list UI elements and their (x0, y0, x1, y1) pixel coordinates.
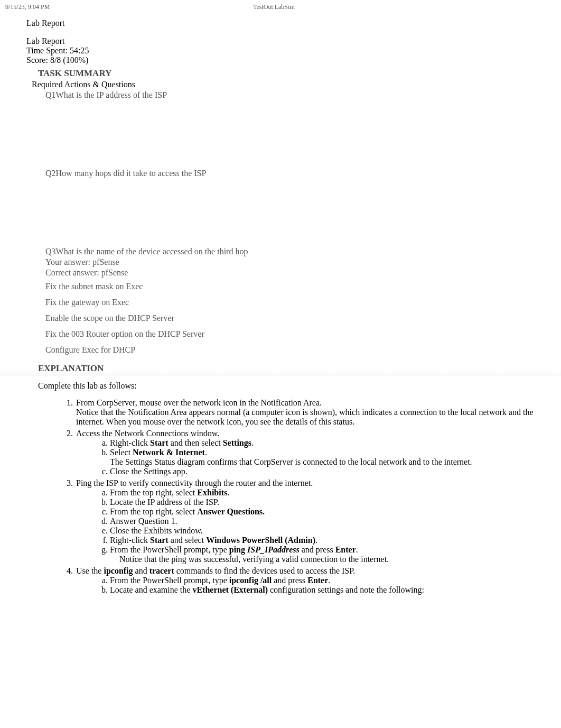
app-title: TestOut LabSim (253, 3, 556, 11)
lab-report-title: Lab Report (26, 19, 535, 28)
steps-list: From CorpServer, mouse over the network … (75, 398, 535, 595)
task-list: Fix the subnet mask on Exec Fix the gate… (26, 282, 535, 355)
step-2b: Select Network & Internet. The Settings … (110, 448, 535, 467)
score-label: Score: (26, 56, 50, 64)
question-1-text: Q1What is the IP address of the ISP (45, 90, 535, 100)
time-spent-label: Time Spent: (26, 46, 70, 55)
task-item: Configure Exec for DHCP (45, 345, 535, 355)
question-3-your-answer: Your answer: pfSense (45, 257, 535, 267)
step-3-substeps: From the top right, select Exhibits. Loc… (110, 488, 535, 564)
question-2-text: Q2How many hops did it take to access th… (45, 169, 535, 178)
step-2b-note: The Settings Status diagram confirms tha… (110, 457, 535, 467)
step-1-text: From CorpServer, mouse over the network … (76, 398, 322, 407)
correct-answer-label: Correct answer: (45, 268, 101, 277)
explanation-intro: Complete this lab as follows: (26, 381, 535, 391)
step-3g-note: Notice that the ping was successful, ver… (119, 555, 535, 564)
step-3e: Close the Exhibits window. (110, 526, 535, 536)
step-3g: From the PowerShell prompt, type ping IS… (110, 545, 535, 564)
step-2-text: Access the Network Connections window. (76, 429, 219, 438)
task-summary-heading: TASK SUMMARY (26, 68, 535, 79)
step-3b: Locate the IP address of the ISP. (110, 497, 535, 507)
page-header: 9/15/23, 9:04 PM TestOut LabSim (0, 0, 561, 14)
question-1: Q1What is the IP address of the ISP (45, 90, 535, 169)
task-item: Fix the 003 Router option on the DHCP Se… (45, 329, 535, 339)
question-2: Q2How many hops did it take to access th… (45, 169, 535, 247)
step-4: Use the ipconfig and tracert commands to… (75, 566, 535, 595)
lab-report-subtitle: Lab Report (26, 36, 535, 46)
step-4a: From the PowerShell prompt, type ipconfi… (110, 576, 535, 585)
step-3: Ping the ISP to verify connectivity thro… (75, 478, 535, 564)
step-3c: From the top right, select Answer Questi… (110, 507, 535, 517)
step-3f: Right-click Start and select Windows Pow… (110, 536, 535, 545)
step-2-substeps: Right-click Start and then select Settin… (110, 438, 535, 476)
step-2a: Right-click Start and then select Settin… (110, 438, 535, 448)
question-3-correct-answer: Correct answer: pfSense (45, 268, 535, 278)
required-actions-heading: Required Actions & Questions (26, 80, 535, 89)
score-value: 8/8 (100%) (50, 56, 88, 64)
step-1-note: Notice that the Notification Area appear… (76, 408, 535, 427)
your-answer-value: pfSense (92, 257, 119, 266)
step-1: From CorpServer, mouse over the network … (75, 398, 535, 427)
print-timestamp: 9/15/23, 9:04 PM (5, 3, 253, 11)
step-3a: From the top right, select Exhibits. (110, 488, 535, 497)
time-spent-value: 54:25 (70, 46, 89, 55)
task-item: Fix the gateway on Exec (45, 298, 535, 307)
step-4-substeps: From the PowerShell prompt, type ipconfi… (110, 576, 535, 595)
score: Score: 8/8 (100%) (26, 56, 535, 65)
explanation-heading: EXPLANATION (0, 361, 561, 376)
step-3d: Answer Question 1. (110, 517, 535, 526)
step-4b: Locate and examine the vEthernet (Extern… (110, 585, 535, 595)
question-3: Q3What is the name of the device accesse… (45, 247, 535, 278)
correct-answer-value: pfSense (101, 268, 128, 277)
time-spent: Time Spent: 54:25 (26, 46, 535, 56)
task-item: Fix the subnet mask on Exec (45, 282, 535, 291)
step-3-text: Ping the ISP to verify connectivity thro… (76, 478, 313, 487)
questions-block: Q1What is the IP address of the ISP Q2Ho… (26, 90, 535, 278)
step-2c: Close the Settings app. (110, 467, 535, 476)
question-3-text: Q3What is the name of the device accesse… (45, 247, 535, 256)
task-item: Enable the scope on the DHCP Server (45, 314, 535, 323)
your-answer-label: Your answer: (45, 257, 92, 266)
step-2: Access the Network Connections window. R… (75, 429, 535, 476)
content: Lab Report Lab Report Time Spent: 54:25 … (0, 19, 561, 613)
